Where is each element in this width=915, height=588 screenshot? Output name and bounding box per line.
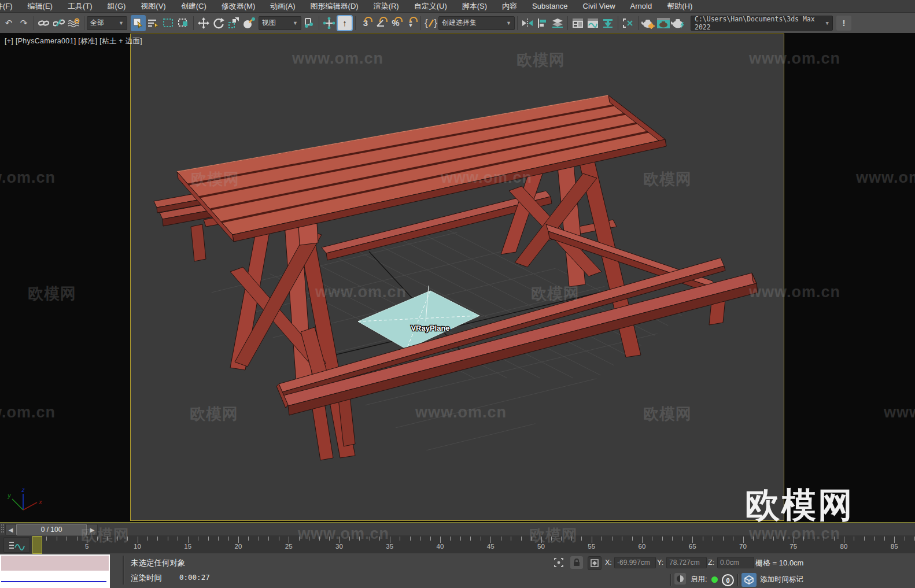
bind-to-space-warp-icon[interactable] xyxy=(67,15,82,31)
track-ruler[interactable]: 0510152025303540455055606570758085 xyxy=(33,535,915,553)
percent-snap-icon[interactable]: % xyxy=(388,15,403,31)
viewport-label[interactable]: [+] [PhysCamera001] [标准] [粘土 + 边面] xyxy=(5,36,142,46)
render-setup-icon[interactable] xyxy=(641,15,656,31)
menu-item-10[interactable]: 渲染(R) xyxy=(366,0,407,12)
select-object-button[interactable] xyxy=(131,15,146,31)
reference-coordinate-dropdown[interactable]: 视图 ▼ xyxy=(259,16,301,30)
isolate-selection-toggle[interactable] xyxy=(552,556,565,569)
mirror-icon[interactable] xyxy=(520,15,535,31)
scene-explorer-icon[interactable] xyxy=(570,15,585,31)
ruler-tick xyxy=(511,537,511,541)
spinner-snap-icon[interactable]: ▲▼ xyxy=(403,15,418,31)
selection-lock-toggle[interactable] xyxy=(570,556,583,569)
x-coord-field[interactable]: -69.997cm xyxy=(614,557,656,568)
z-coord-field[interactable]: 0.0cm xyxy=(717,557,754,568)
add-time-tag[interactable]: 添加时间标记 xyxy=(760,575,803,585)
ruler-tick xyxy=(581,537,582,541)
edit-named-selection-sets-icon[interactable]: {} xyxy=(423,15,438,31)
redo-icon[interactable]: ↷ xyxy=(16,15,31,31)
rendered-frame-window-icon[interactable] xyxy=(656,15,671,31)
track-bar: 0510152025303540455055606570758085 xyxy=(0,535,915,554)
menu-item-9[interactable]: 图形编辑器(D) xyxy=(303,0,366,12)
curve-editor-icon[interactable] xyxy=(585,15,600,31)
macro-recorder-field[interactable] xyxy=(0,554,110,572)
select-and-move-icon[interactable] xyxy=(196,15,211,31)
select-and-rotate-icon[interactable] xyxy=(211,15,226,31)
layer-manager-icon[interactable] xyxy=(550,15,565,31)
select-and-place-icon[interactable] xyxy=(241,15,256,31)
ruler-frame-label: 75 xyxy=(789,543,797,550)
named-selection-sets-dropdown[interactable]: 创建选择集 ▼ xyxy=(438,16,515,30)
workspace-icon[interactable]: ! xyxy=(836,16,851,31)
isolate-selection-icon[interactable] xyxy=(621,15,636,31)
menu-item-14[interactable]: Substance xyxy=(525,0,575,12)
x-coord-label: X: xyxy=(605,559,612,567)
rectangular-selection-region-icon[interactable] xyxy=(161,15,176,31)
window-crossing-toggle-icon[interactable] xyxy=(176,15,191,31)
absolute-mode-toggle[interactable] xyxy=(588,556,602,570)
menu-item-15[interactable]: Civil View xyxy=(575,0,623,12)
menu-item-11[interactable]: 自定义(U) xyxy=(407,0,455,12)
align-icon[interactable] xyxy=(535,15,550,31)
divider xyxy=(420,16,421,30)
adaptive-degradation-icon[interactable] xyxy=(674,573,686,585)
select-by-name-icon[interactable] xyxy=(146,15,161,31)
menu-item-13[interactable]: 内容 xyxy=(495,0,525,12)
menu-item-16[interactable]: Arnold xyxy=(623,0,660,12)
mini-curve-editor-button[interactable] xyxy=(3,537,30,553)
toolbar-grip[interactable] xyxy=(1,524,2,534)
timeline-playhead[interactable] xyxy=(32,536,42,554)
listener-field[interactable] xyxy=(0,572,110,588)
y-coord-field[interactable]: 78.727cm xyxy=(666,557,707,568)
select-and-manipulate-icon[interactable] xyxy=(322,15,337,31)
snap-toggle-3d-icon[interactable]: 3 xyxy=(358,15,373,31)
angle-snap-icon[interactable] xyxy=(373,15,388,31)
ruler-tick xyxy=(612,537,613,541)
menu-item-7[interactable]: 修改器(M) xyxy=(214,0,263,12)
selection-filter-dropdown[interactable]: 全部 ▼ xyxy=(87,16,127,30)
menu-item-5[interactable]: 视图(V) xyxy=(133,0,173,12)
ruler-tick xyxy=(87,537,87,543)
unlink-selection-icon[interactable] xyxy=(51,15,67,31)
maxscript-mini-listener[interactable] xyxy=(0,554,110,587)
render-production-icon[interactable] xyxy=(671,15,686,31)
listener-cursor-line xyxy=(1,581,106,582)
ruler-tick xyxy=(844,537,844,543)
divider xyxy=(123,556,124,585)
select-and-link-icon[interactable] xyxy=(36,15,51,31)
menu-item-12[interactable]: 脚本(S) xyxy=(455,0,495,12)
menu-item-3[interactable]: 工具(T) xyxy=(60,0,100,12)
undo-icon[interactable]: ↶ xyxy=(1,15,16,31)
menu-item-1[interactable]: 文件(F) xyxy=(0,0,20,12)
use-pivot-center-icon[interactable] xyxy=(301,15,316,31)
3dsmax-window: 文件(F)编辑(E)工具(T)组(G)视图(V)创建(C)修改器(M)动画(A)… xyxy=(0,0,915,588)
next-frame-arrow[interactable]: ▶ xyxy=(87,524,98,535)
time-tag-cube-button[interactable] xyxy=(741,573,757,587)
magnet-arc xyxy=(364,17,372,22)
select-and-scale-icon[interactable] xyxy=(226,15,241,31)
time-slider-thumb[interactable]: 0 / 100 xyxy=(16,524,87,535)
ruler-frame-label: 30 xyxy=(335,543,343,550)
menu-item-8[interactable]: 动画(A) xyxy=(263,0,302,12)
ruler-tick xyxy=(561,537,562,541)
menu-item-17[interactable]: 帮助(H) xyxy=(659,0,700,12)
ruler-frame-label: 15 xyxy=(184,543,191,550)
previous-frame-arrow[interactable]: ◀ xyxy=(5,524,16,535)
main-toolbar: ↶ ↷ 全部 ▼ xyxy=(0,13,915,34)
menu-item-2[interactable]: 编辑(E) xyxy=(20,0,60,12)
ruler-tick xyxy=(430,537,431,541)
degradation-badge[interactable]: 0 xyxy=(722,574,734,586)
ruler-tick xyxy=(733,537,733,541)
project-folder-path[interactable]: C:\Users\Han\Documents\3ds Max 2022 ▼ xyxy=(691,16,833,31)
dope-sheet-icon[interactable] xyxy=(600,15,615,31)
ruler-tick xyxy=(632,537,633,541)
menu-item-4[interactable]: 组(G) xyxy=(100,0,134,12)
divider xyxy=(34,16,34,30)
camera-viewport[interactable]: VRayPlane z y x [+] [PhysCamera001] [标准]… xyxy=(0,33,915,522)
ruler-tick xyxy=(359,537,360,541)
ruler-frame-label: 60 xyxy=(639,543,646,550)
render-time-value: 0:00:27 xyxy=(179,573,210,582)
keyboard-shortcut-override-button[interactable]: ↑ xyxy=(337,15,353,31)
toolbar-grip[interactable] xyxy=(3,524,4,534)
menu-item-6[interactable]: 创建(C) xyxy=(174,0,214,12)
